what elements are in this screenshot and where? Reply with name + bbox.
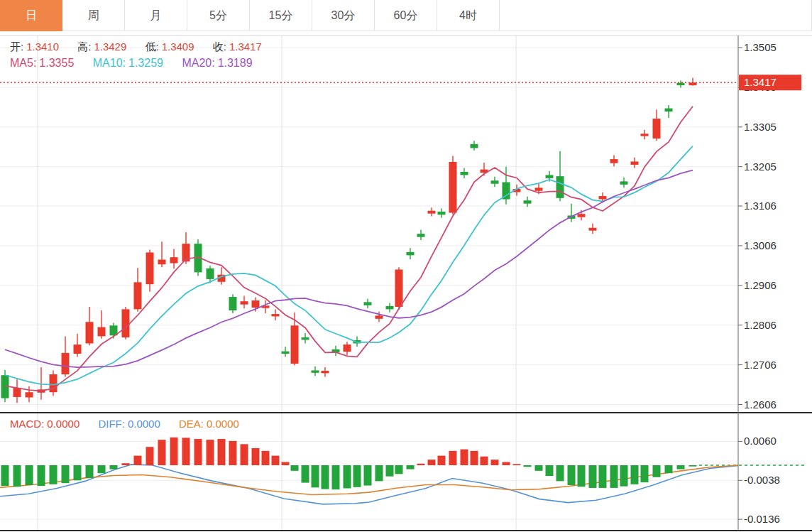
svg-text:1.3505: 1.3505: [744, 41, 777, 53]
macd-panel-layer: [0, 438, 806, 504]
tab-day[interactable]: 日: [0, 0, 62, 31]
svg-text:-0.0038: -0.0038: [744, 474, 780, 486]
tabbar-filler: [500, 0, 812, 31]
kline-chart-app: 日 周 月 5分 15分 30分 60分 4时 1.35051.34051.33…: [0, 0, 812, 532]
chart-canvas[interactable]: 1.35051.34051.33051.32051.31061.30061.29…: [0, 31, 812, 532]
tab-week[interactable]: 周: [62, 0, 125, 31]
tab-5min[interactable]: 5分: [187, 0, 250, 31]
tab-month[interactable]: 月: [125, 0, 187, 31]
svg-text:1.2706: 1.2706: [744, 359, 777, 371]
svg-text:1.2906: 1.2906: [744, 279, 777, 291]
current-price-tag: 1.3417: [744, 76, 777, 88]
tab-15min[interactable]: 15分: [250, 0, 312, 31]
price-axis-layer: 1.35051.34051.33051.32051.31061.30061.29…: [738, 36, 780, 531]
svg-text:1.2806: 1.2806: [744, 319, 777, 331]
svg-text:1.3305: 1.3305: [744, 121, 777, 133]
tab-30min[interactable]: 30分: [312, 0, 375, 31]
svg-text:1.3106: 1.3106: [744, 200, 777, 212]
tab-60min[interactable]: 60分: [375, 0, 437, 31]
timeframe-tabbar: 日 周 月 5分 15分 30分 60分 4时: [0, 0, 812, 31]
svg-text:1.3006: 1.3006: [744, 239, 777, 251]
svg-text:1.3205: 1.3205: [744, 161, 777, 173]
svg-text:-0.0136: -0.0136: [744, 513, 780, 525]
svg-text:0.0060: 0.0060: [744, 435, 777, 447]
chart-area[interactable]: 1.35051.34051.33051.32051.31061.30061.29…: [0, 31, 812, 532]
svg-text:1.2606: 1.2606: [744, 398, 777, 411]
candles-layer: [1, 77, 697, 403]
tab-4hour[interactable]: 4时: [437, 0, 500, 31]
